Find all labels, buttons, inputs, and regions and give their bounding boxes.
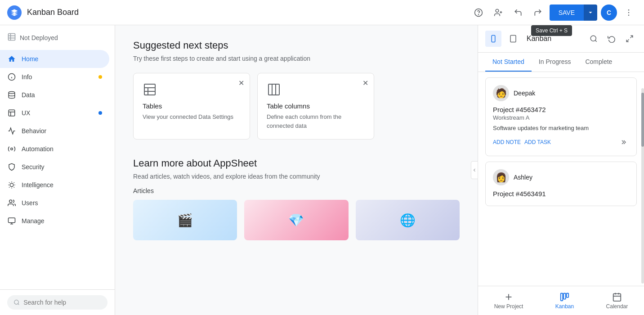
sidebar-item-manage[interactable]: Manage (0, 212, 109, 230)
new-project-button[interactable]: New Project (487, 290, 531, 311)
card-desc-1: Software updates for marketing team (493, 125, 629, 131)
sidebar-item-behavior[interactable]: Behavior (0, 122, 109, 140)
tables-icon (143, 82, 157, 97)
right-panel: Kanban Not Started In Progress Complete … (478, 25, 644, 315)
user-avatar[interactable]: C (601, 4, 617, 21)
card-actions-1: ADD NOTE ADD TASK (493, 136, 629, 148)
tab-complete[interactable]: Complete (578, 53, 619, 72)
home-icon (7, 54, 16, 63)
svg-line-38 (631, 36, 633, 38)
right-scrollbar[interactable] (641, 88, 644, 284)
redo-button[interactable] (530, 4, 546, 21)
panel-bottom-bar: New Project Kanban Calendar (478, 286, 644, 315)
search-input-wrap[interactable] (7, 295, 107, 310)
svg-rect-29 (268, 84, 279, 95)
card-user-1: Deepak (514, 90, 535, 97)
svg-point-17 (11, 148, 13, 150)
sidebar-item-home[interactable]: Home (0, 50, 109, 68)
svg-rect-44 (567, 293, 569, 297)
article-card-2[interactable]: 💎 (244, 200, 348, 240)
search-input[interactable] (23, 299, 101, 306)
sidebar-item-automation[interactable]: Automation (0, 140, 109, 158)
data-icon (7, 90, 16, 99)
panel-search-button[interactable] (586, 32, 601, 46)
not-deployed-icon (7, 32, 16, 43)
panel-toggle[interactable] (471, 161, 478, 179)
top-header: Kanban Board SAVE C Save Ctrl + S (0, 0, 644, 25)
save-button[interactable]: SAVE (550, 4, 584, 21)
sidebar: Not Deployed Home Info Dat (0, 25, 115, 315)
columns-card-desc: Define each column from the connected da… (267, 112, 365, 130)
svg-rect-25 (144, 84, 155, 95)
sidebar-item-intelligence[interactable]: Intelligence (0, 176, 109, 194)
not-deployed-badge[interactable]: Not Deployed (0, 25, 115, 46)
kanban-label: Kanban (555, 303, 574, 310)
card-user-2: Ashley (514, 174, 532, 181)
app-logo (7, 5, 22, 20)
automation-icon (7, 144, 16, 153)
card-project-1: Project #4563472 (493, 106, 629, 113)
step-card-tables[interactable]: ✕ Tables View your connected Data Settin… (133, 73, 250, 140)
save-dropdown-button[interactable] (584, 4, 597, 21)
close-columns-button[interactable]: ✕ (362, 79, 368, 87)
card-avatar-1: 🧑 (493, 85, 509, 101)
add-person-button[interactable] (490, 4, 506, 21)
sidebar-item-data[interactable]: Data (0, 86, 109, 104)
tab-not-started[interactable]: Not Started (485, 53, 532, 72)
add-task-1[interactable]: ADD TASK (524, 139, 551, 145)
kanban-card-1[interactable]: 🧑 Deepak Project #4563472 Workstream A S… (485, 77, 637, 156)
save-tooltip: Save Ctrl + S (531, 25, 572, 36)
suggested-subtitle: Try these first steps to create and star… (133, 55, 460, 62)
card-header-2: 👩 Ashley (493, 169, 629, 185)
svg-line-37 (595, 40, 596, 41)
sidebar-item-info[interactable]: Info (0, 68, 109, 86)
svg-point-36 (590, 36, 596, 41)
svg-point-19 (9, 200, 12, 202)
close-tables-button[interactable]: ✕ (238, 79, 244, 87)
search-icon (13, 299, 20, 306)
card-project-2: Project #4563491 (493, 190, 629, 198)
svg-rect-45 (613, 294, 621, 302)
sidebar-item-security[interactable]: Security (0, 158, 109, 176)
help-button[interactable] (470, 4, 487, 21)
security-icon (7, 162, 16, 171)
kanban-view-button[interactable]: Kanban (548, 290, 581, 311)
mobile-view-button[interactable] (485, 31, 501, 47)
not-deployed-label: Not Deployed (20, 34, 58, 41)
card-expand-1[interactable] (617, 136, 629, 148)
header-actions: SAVE C (470, 4, 637, 21)
sidebar-item-users[interactable]: Users (0, 194, 109, 212)
tables-card-title: Tables (143, 102, 241, 110)
tab-in-progress[interactable]: In Progress (532, 53, 578, 72)
kanban-card-2[interactable]: 👩 Ashley Project #4563491 (485, 162, 637, 206)
panel-refresh-button[interactable] (604, 32, 619, 46)
add-note-1[interactable]: ADD NOTE (493, 139, 521, 145)
tablet-view-button[interactable] (505, 31, 521, 47)
svg-point-5 (628, 9, 630, 10)
article-card-3[interactable]: 🌐 (356, 200, 460, 240)
card-workstream-1: Workstream A (493, 114, 629, 121)
article-icon-3: 🌐 (356, 200, 460, 240)
columns-card-title: Table columns (267, 102, 365, 110)
manage-icon (7, 216, 16, 225)
step-card-columns[interactable]: ✕ Table columns Define each column from … (257, 73, 374, 140)
more-options-button[interactable] (621, 4, 637, 21)
svg-rect-20 (9, 218, 15, 223)
article-icon-1: 🎬 (133, 200, 237, 240)
svg-point-23 (14, 300, 18, 304)
article-card-1[interactable]: 🎬 (133, 200, 237, 240)
undo-button[interactable] (510, 4, 526, 21)
new-project-label: New Project (494, 303, 523, 310)
scrollbar-thumb (641, 93, 644, 147)
calendar-button[interactable]: Calendar (599, 290, 635, 311)
articles-label: Articles (133, 187, 460, 194)
search-section (0, 289, 115, 315)
info-icon (7, 72, 16, 81)
sidebar-item-ux[interactable]: UX (0, 104, 109, 122)
svg-rect-8 (9, 34, 15, 40)
svg-point-2 (496, 9, 499, 12)
calendar-icon (612, 292, 622, 302)
save-button-group: SAVE (550, 4, 597, 21)
panel-expand-button[interactable] (622, 32, 637, 46)
new-project-icon (503, 292, 514, 302)
